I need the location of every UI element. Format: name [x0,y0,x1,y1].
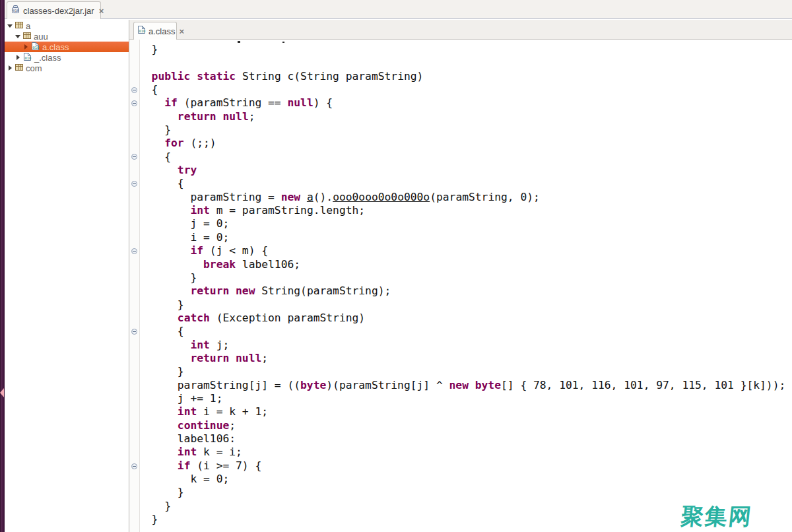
code-line: j += 1; [139,392,792,405]
svg-text:010: 010 [33,46,40,50]
code-line: try [139,164,792,177]
tab-classes-dex2jar-jar[interactable]: 010 classes-dex2jar.jar × [7,1,101,19]
window-edge-strip [0,0,5,532]
watermark-logo: 聚集网 [680,502,754,532]
code-line: } [139,43,792,56]
code-line: { [139,150,792,164]
code-line: { [139,83,792,96]
package-tree: aauu010a.class010_.classcom [5,20,129,532]
chevron-expanded-icon[interactable] [7,23,13,28]
tree-item-label: com [26,63,42,73]
code-line: int m = paramString.length; [139,204,792,217]
tree-item-com[interactable]: com [5,63,129,73]
class-icon: 010 [31,42,40,53]
close-icon[interactable]: × [99,7,104,15]
code-line: } [139,123,792,137]
tree-item-a[interactable]: a [5,20,129,31]
code-line: int k = i; [139,446,792,459]
code-line: label106: [139,432,792,446]
package-icon [23,32,31,42]
class-icon: 010 [23,52,32,63]
code-line: if (paramString == null) { [139,96,792,110]
tree-item-label: _.class [34,53,61,63]
code-line: int j; [139,339,792,352]
source-code: } public static String c(String paramStr… [129,40,792,526]
svg-text:010: 010 [139,29,146,33]
code-line [139,56,792,69]
tree-item-label: auu [34,32,48,42]
code-line: return null; [139,110,792,123]
clipped-line-fragment [282,42,284,43]
svg-text:010: 010 [13,9,19,13]
code-line: if (j < m) { [139,244,792,257]
chevron-expanded-icon[interactable] [15,34,20,39]
tree-item-label: a.class [42,42,69,52]
code-editor[interactable]: } public static String c(String paramStr… [129,40,792,532]
code-line: j = 0; [139,217,792,230]
chevron-collapsed-icon[interactable] [23,44,28,50]
editor-tab-label: a.class [148,26,175,36]
jar-tab-label: classes-dex2jar.jar [23,6,94,16]
code-line: if (i >= 7) { [139,459,792,473]
chevron-collapsed-icon[interactable] [15,55,20,60]
tree-item-label: a [26,21,30,31]
tab-a-class[interactable]: 010 a.class × [133,22,177,40]
tree-item--class[interactable]: 010_.class [5,52,129,63]
code-line: { [139,325,792,338]
code-line: { [139,177,792,190]
close-icon[interactable]: × [179,27,184,36]
code-line: i = 0; [139,231,792,244]
code-line: } [139,486,792,499]
tree-item-a-class[interactable]: 010a.class [5,42,129,52]
clipped-line-fragment [238,41,240,43]
code-line: } [139,298,792,312]
code-line: break label106; [139,258,792,271]
panel-collapse-handle[interactable] [0,388,4,397]
code-line: paramString = new a().ooo0ooo0o0o000o(pa… [139,191,792,204]
class-icon: 010 [137,25,146,37]
chevron-collapsed-icon[interactable] [7,65,13,71]
code-line: return new String(paramString); [139,284,792,298]
jar-tab-bar: 010 classes-dex2jar.jar × [5,0,792,19]
package-icon [15,63,23,73]
code-line: int i = k + 1; [139,405,792,418]
code-line: k = 0; [139,473,792,486]
package-icon [15,21,23,31]
code-line: for (;;) [139,137,792,150]
editor-tab-bar: 010 a.class × [129,20,792,40]
code-line: } [139,271,792,284]
code-line: return null; [139,352,792,365]
tree-item-auu[interactable]: auu [5,31,129,42]
code-line: catch (Exception paramString) [139,312,792,325]
code-line: } [139,365,792,378]
jar-icon: 010 [11,5,20,17]
svg-text:010: 010 [25,56,32,60]
code-line: continue; [139,419,792,432]
code-line: public static String c(String paramStrin… [139,70,792,83]
code-line: paramString[j] = ((byte)(paramString[j] … [139,379,792,392]
